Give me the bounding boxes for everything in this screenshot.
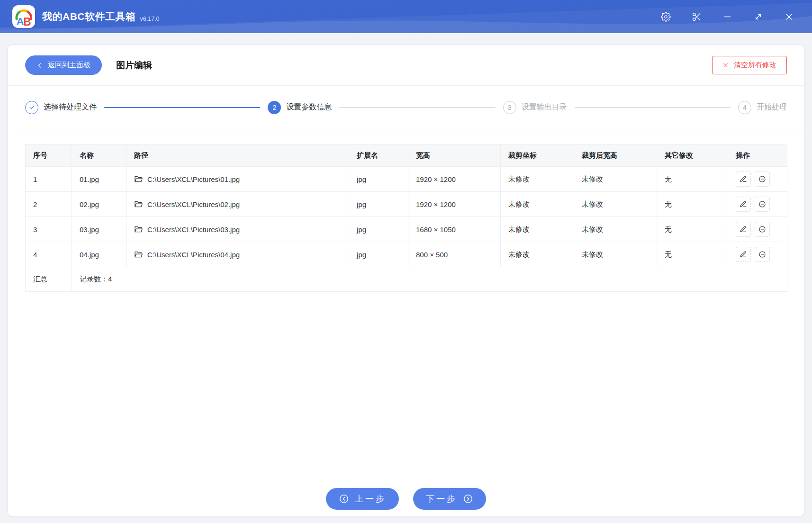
- next-step-label: 下一步: [426, 493, 457, 505]
- col-name: 名称: [72, 144, 126, 167]
- previous-step-button[interactable]: 上一步: [326, 488, 399, 510]
- edit-icon: [740, 225, 747, 233]
- check-circle-icon: [25, 101, 38, 114]
- edit-row-button[interactable]: [736, 197, 751, 212]
- cell-other-changes: 无: [657, 242, 728, 267]
- col-other-changes: 其它修改: [657, 144, 728, 167]
- cell-extension: jpg: [349, 242, 408, 267]
- table-row: 3 03.jpg C:\Users\XCL\Pictures\03.jpg jp…: [26, 217, 787, 242]
- cell-crop-size: 未修改: [574, 217, 657, 242]
- path-text: C:\Users\XCL\Pictures\01.jpg: [147, 175, 240, 183]
- remove-row-button[interactable]: [755, 222, 770, 237]
- edit-row-button[interactable]: [736, 247, 751, 262]
- cell-name: 02.jpg: [72, 192, 126, 217]
- cell-index: 4: [26, 242, 72, 267]
- folder-open-icon: [134, 251, 143, 258]
- col-extension: 扩展名: [349, 144, 408, 167]
- cell-other-changes: 无: [657, 192, 728, 217]
- minus-circle-icon: [758, 251, 766, 258]
- edit-icon: [740, 175, 747, 183]
- cell-path: C:\Users\XCL\Pictures\02.jpg: [126, 192, 349, 217]
- back-to-dashboard-button[interactable]: 返回到主面板: [25, 55, 102, 75]
- scissors-icon: [692, 12, 702, 22]
- close-button[interactable]: [780, 8, 798, 26]
- cell-dimensions: 1680 × 1050: [408, 217, 501, 242]
- cell-actions: [728, 192, 787, 217]
- step-set-parameters[interactable]: 2 设置参数信息: [268, 101, 332, 114]
- circle-chevron-right-icon: [463, 494, 473, 504]
- edit-icon: [740, 200, 747, 208]
- next-step-button[interactable]: 下一步: [413, 488, 486, 510]
- path-text: C:\Users\XCL\Pictures\03.jpg: [147, 225, 240, 234]
- cell-index: 1: [26, 167, 72, 192]
- page-title: 图片编辑: [116, 59, 152, 72]
- app-title: 我的ABC软件工具箱: [42, 10, 136, 23]
- cell-dimensions: 1920 × 1200: [408, 167, 501, 192]
- edit-row-button[interactable]: [736, 222, 751, 237]
- wizard-stepper: 选择待处理文件 2 设置参数信息 3 设置输出目录 4 开始处理: [8, 86, 804, 129]
- cell-name: 01.jpg: [72, 167, 126, 192]
- titlebar: A B 我的ABC软件工具箱 v6.17.0: [0, 0, 812, 33]
- table-row: 2 02.jpg C:\Users\XCL\Pictures\02.jpg jp…: [26, 192, 787, 217]
- logo-letter-a: A: [17, 16, 24, 27]
- remove-row-button[interactable]: [755, 171, 770, 187]
- table-row: 4 04.jpg C:\Users\XCL\Pictures\04.jpg jp…: [26, 242, 787, 267]
- col-crop-coords: 裁剪坐标: [501, 144, 574, 167]
- step-select-files[interactable]: 选择待处理文件: [25, 101, 97, 114]
- table-row: 1 01.jpg C:\Users\XCL\Pictures\01.jpg jp…: [26, 167, 787, 192]
- step-label: 选择待处理文件: [44, 102, 97, 112]
- close-icon: [784, 12, 794, 22]
- col-path: 路径: [126, 144, 349, 167]
- summary-row: 汇总 记录数：4: [26, 267, 787, 292]
- edit-row-button[interactable]: [736, 171, 751, 187]
- col-index: 序号: [26, 144, 72, 167]
- step-connector: [104, 107, 260, 108]
- cell-index: 2: [26, 192, 72, 217]
- table-header-row: 序号 名称 路径 扩展名 宽高 裁剪坐标 裁剪后宽高 其它修改 操作: [26, 144, 787, 167]
- minimize-button[interactable]: [718, 8, 736, 26]
- cell-name: 03.jpg: [72, 217, 126, 242]
- folder-open-icon: [134, 200, 143, 208]
- cell-path: C:\Users\XCL\Pictures\01.jpg: [126, 167, 349, 192]
- main-card: 返回到主面板 图片编辑 清空所有修改 选择待处理文件 2 设置参数信息 3 设置…: [8, 45, 804, 516]
- cell-other-changes: 无: [657, 167, 728, 192]
- folder-open-icon: [134, 175, 143, 183]
- step-connector: [575, 107, 731, 108]
- resize-button[interactable]: [749, 8, 767, 26]
- scissors-button[interactable]: [687, 8, 705, 26]
- settings-button[interactable]: [657, 8, 675, 26]
- cell-crop-size: 未修改: [574, 242, 657, 267]
- step-start-processing[interactable]: 4 开始处理: [738, 101, 787, 114]
- cell-crop-coords: 未修改: [501, 192, 574, 217]
- minus-circle-icon: [758, 175, 766, 183]
- logo-letter-b: B: [23, 16, 31, 28]
- cell-crop-size: 未修改: [574, 167, 657, 192]
- minimize-icon: [722, 12, 732, 22]
- back-button-label: 返回到主面板: [48, 61, 90, 70]
- cell-dimensions: 1920 × 1200: [408, 192, 501, 217]
- cell-crop-coords: 未修改: [501, 167, 574, 192]
- circle-chevron-left-icon: [339, 494, 349, 504]
- cell-other-changes: 无: [657, 217, 728, 242]
- step-number: 3: [503, 101, 516, 114]
- resize-icon: [753, 12, 763, 22]
- summary-label: 汇总: [26, 267, 72, 292]
- cell-actions: [728, 167, 787, 192]
- remove-row-button[interactable]: [755, 197, 770, 212]
- step-label: 开始处理: [757, 102, 787, 112]
- window-controls: [657, 8, 800, 26]
- gear-icon: [661, 12, 671, 22]
- path-text: C:\Users\XCL\Pictures\02.jpg: [147, 200, 240, 208]
- cell-dimensions: 800 × 500: [408, 242, 501, 267]
- clear-all-changes-button[interactable]: 清空所有修改: [712, 56, 787, 74]
- wizard-footer: 上一步 下一步: [8, 488, 804, 510]
- clear-button-label: 清空所有修改: [734, 61, 776, 70]
- folder-open-icon: [134, 225, 143, 233]
- previous-step-label: 上一步: [355, 493, 386, 505]
- step-output-directory[interactable]: 3 设置输出目录: [503, 101, 567, 114]
- remove-row-button[interactable]: [755, 247, 770, 262]
- cell-actions: [728, 217, 787, 242]
- step-label: 设置参数信息: [286, 102, 332, 112]
- cell-name: 04.jpg: [72, 242, 126, 267]
- minus-circle-icon: [758, 200, 766, 208]
